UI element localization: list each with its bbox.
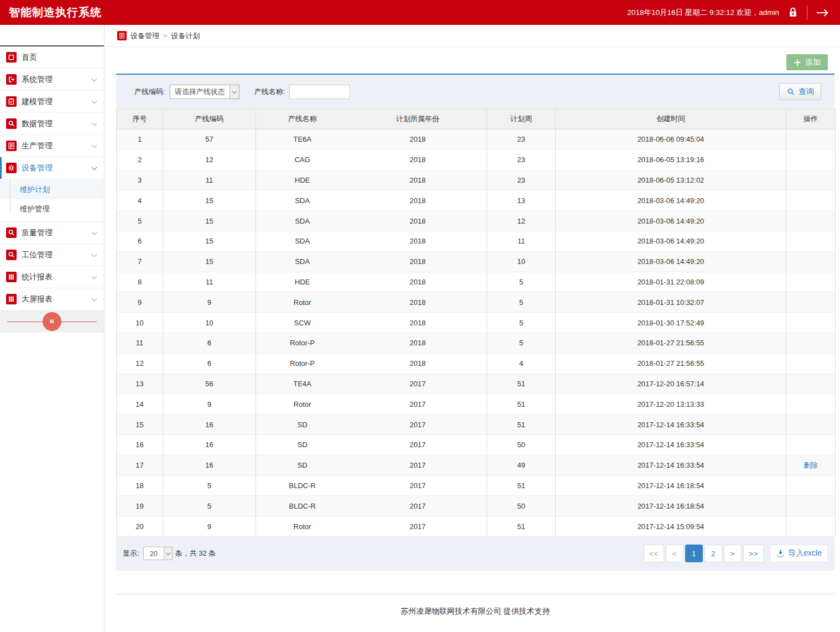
add-button[interactable]: 添加 (786, 54, 828, 70)
action-cell (786, 415, 836, 435)
breadcrumb-section[interactable]: 设备管理 (131, 31, 159, 41)
page-button[interactable]: 2 (705, 545, 722, 562)
table-row: 185BLDC-R2017512017-12-14 16:18:54 (117, 475, 836, 496)
sidebar-item[interactable]: 质量管理 (0, 222, 104, 244)
sidebar-item-label: 统计报表 (22, 272, 53, 282)
page-button[interactable]: >> (743, 545, 764, 562)
sidebar-subitem[interactable]: 维护计划 (0, 180, 104, 199)
cell: 11 (163, 170, 256, 190)
cell: 49 (487, 455, 556, 475)
sidebar-item-label: 数据管理 (22, 119, 53, 129)
datetime-welcome-text: 2018年10月16日 星期二 9:32:12 欢迎，admin (627, 8, 779, 18)
cell: 2017-12-14 16:18:54 (556, 496, 786, 516)
cell: 56 (163, 374, 256, 394)
sidebar-item-label: 系统管理 (22, 75, 53, 85)
chevron-down-icon (229, 85, 239, 99)
sidebar-item-label: 工位管理 (22, 250, 53, 260)
cell: 2018 (349, 211, 487, 231)
page-button[interactable]: < (666, 545, 684, 562)
cell: 2018-03-06 14:49:20 (556, 190, 786, 211)
table-row: 1010SCW201852018-01-30 17:52:49 (117, 313, 836, 333)
sidebar-item[interactable]: 统计报表 (0, 266, 104, 288)
cell: 17 (117, 455, 163, 475)
cell: 2018-01-30 17:52:49 (556, 313, 786, 333)
cell: 18 (117, 475, 163, 496)
cell: HDE (256, 272, 349, 292)
sidebar-item[interactable]: 数据管理 (0, 113, 104, 135)
chevron-down-icon (92, 296, 97, 301)
sidebar-item[interactable]: 设备管理 (0, 157, 104, 179)
breadcrumb-page: 设备计划 (171, 31, 200, 41)
cell: 2018-01-27 21:56:55 (556, 353, 786, 374)
chevron-down-icon (92, 273, 97, 279)
cell: 2018-06-05 13:12:02 (556, 170, 786, 190)
sidebar-subitem[interactable]: 维护管理 (0, 199, 104, 219)
line-code-select[interactable]: 请选择产线状态 (170, 85, 239, 99)
pagination-buttons: <<<12>>> 导入excle (644, 545, 828, 562)
line-name-input[interactable] (289, 85, 350, 99)
cell: 15 (117, 415, 163, 435)
cell: 2018 (349, 149, 487, 170)
page-button[interactable]: << (644, 545, 664, 562)
modeling-icon (6, 96, 17, 107)
filter-bar: 产线编码: 请选择产线状态 产线名称: 查询 (116, 74, 834, 108)
show-label: 显示: (123, 548, 139, 558)
header-right: 2018年10月16日 星期二 9:32:12 欢迎，admin (627, 6, 830, 20)
cell: 16 (117, 434, 163, 455)
lock-icon[interactable] (787, 6, 799, 19)
sidebar-collapse-button[interactable]: « (43, 312, 61, 331)
line-code-label: 产线编码: (134, 87, 165, 97)
sidebar-item[interactable]: 生产管理 (0, 135, 104, 157)
table-row: 209Rotor2017512017-12-14 15:09:54 (117, 516, 836, 537)
cell: 8 (117, 272, 163, 292)
cell: SDA (256, 190, 349, 211)
cell: 16 (163, 434, 256, 455)
sidebar-item[interactable]: 首页 (0, 46, 104, 69)
cell: 2018-01-31 10:32:07 (556, 292, 786, 313)
cell: 11 (117, 333, 163, 353)
plus-icon (794, 59, 801, 66)
cell: BLDC-R (256, 475, 349, 496)
cell: 10 (163, 313, 256, 333)
query-button[interactable]: 查询 (779, 83, 821, 100)
sidebar-top-spacer (0, 25, 104, 46)
page-size-value: 20 (144, 547, 164, 560)
cell: 5 (163, 475, 256, 496)
page-size-select[interactable]: 20 (143, 547, 173, 560)
table-row: 116Rotor-P201852018-01-27 21:56:55 (117, 333, 836, 353)
cell: 2018-03-06 14:49:20 (556, 231, 786, 251)
cell: 14 (117, 394, 163, 415)
page-button[interactable]: > (724, 545, 742, 562)
logout-arrow-icon[interactable] (816, 8, 830, 17)
cell: SDA (256, 251, 349, 272)
cell: 9 (163, 516, 256, 537)
sidebar-item[interactable]: 系统管理 (0, 69, 104, 91)
page-button[interactable]: 1 (685, 545, 703, 562)
add-button-label: 添加 (805, 58, 821, 68)
cell: 50 (487, 434, 556, 455)
cell: 2017-12-14 16:33:54 (556, 455, 786, 475)
sidebar-item-label: 设备管理 (22, 163, 53, 173)
cell: 2017 (349, 496, 487, 516)
gear-icon (6, 163, 17, 173)
cell: 15 (163, 231, 256, 251)
action-cell (786, 251, 836, 272)
cell: 2018 (349, 231, 487, 251)
sidebar-nav: 首页系统管理建模管理数据管理生产管理设备管理维护计划维护管理质量管理工位管理统计… (0, 46, 104, 310)
search-icon (786, 87, 795, 96)
cell: 12 (487, 211, 556, 231)
sidebar-item[interactable]: 建模管理 (0, 91, 104, 113)
import-excel-button[interactable]: 导入excle (770, 545, 828, 562)
search-icon (6, 250, 17, 260)
sidebar-item-label: 质量管理 (22, 228, 53, 238)
cell: 23 (487, 149, 556, 170)
cell: 51 (487, 394, 556, 415)
sidebar-item[interactable]: 工位管理 (0, 244, 104, 266)
grid-icon (6, 272, 17, 282)
import-excel-label: 导入excle (788, 548, 822, 558)
delete-link[interactable]: 删除 (804, 461, 818, 469)
sidebar-item[interactable]: 大屏报表 (0, 288, 104, 310)
system-icon (6, 74, 17, 85)
cell: 9 (163, 292, 256, 313)
cell: 2017-12-14 16:18:54 (556, 475, 786, 496)
